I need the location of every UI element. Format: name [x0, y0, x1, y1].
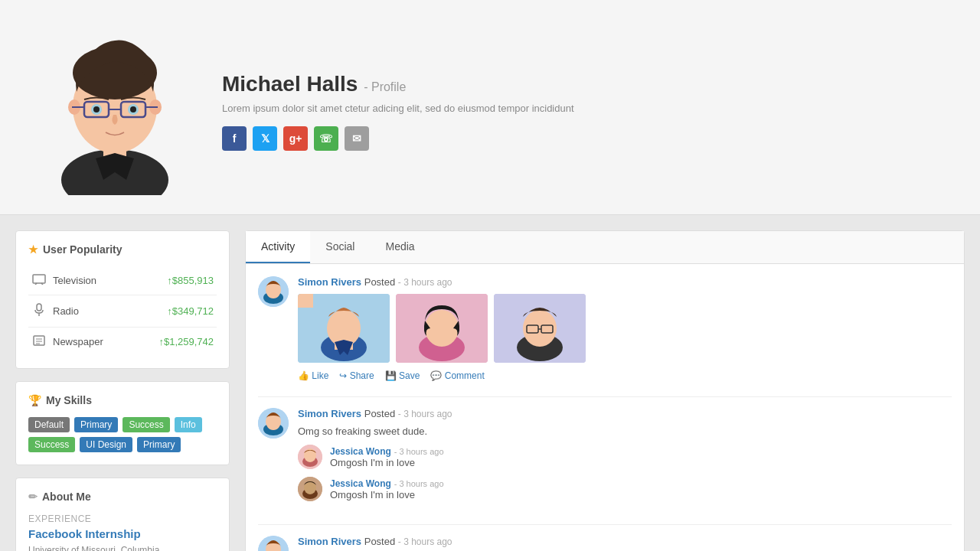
comment-time: - 3 hours ago [394, 479, 444, 488]
social-icons: f 𝕏 g+ ☏ ✉ [222, 126, 949, 151]
profile-name: Michael Halls - Profile [222, 72, 949, 96]
post-body: Simon Rivers Posted - 3 hours ago Omg so… [298, 408, 952, 509]
post-header: Simon Rivers Posted - 3 hours ago [298, 536, 952, 547]
post-image [298, 294, 390, 363]
post-time: - 3 hours ago [398, 409, 452, 419]
exp-org: University of Missouri, Columbia [28, 543, 217, 551]
post-images [298, 294, 952, 363]
comment-avatar [298, 445, 322, 469]
comment-body: Jessica Wong - 3 hours ago Omgosh I'm in… [330, 477, 444, 501]
poster-avatar [258, 536, 289, 551]
table-row: Newspaper ↑$1,259,742 [28, 328, 217, 357]
comment-body: Jessica Wong - 3 hours ago Omgosh I'm in… [330, 445, 444, 469]
poster-name: Simon Rivers [298, 408, 361, 419]
comment-text: Omgosh I'm in love [330, 489, 444, 500]
poster-avatar [258, 408, 289, 439]
skills-card: 🏆 My Skills Default Primary Success Info… [15, 381, 230, 465]
svg-rect-15 [33, 275, 45, 283]
mic-icon [28, 295, 50, 328]
pencil-icon: ✏ [28, 491, 38, 503]
trophy-icon: 🏆 [28, 394, 41, 406]
email-icon[interactable]: ✉ [345, 126, 369, 151]
comment-item: Jessica Wong - 3 hours ago Omgosh I'm in… [298, 445, 952, 469]
about-card: ✏ About Me Experience Facebook Internshi… [15, 478, 230, 551]
post-image [494, 294, 586, 363]
tabs-bar: Activity Social Media [246, 231, 964, 264]
skill-badge[interactable]: Success [122, 417, 169, 432]
about-title: ✏ About Me [28, 491, 217, 503]
post-image [396, 294, 488, 363]
divider [258, 524, 952, 525]
svg-rect-29 [298, 294, 313, 308]
popularity-table: Television ↑$855,913 Radio ↑$349,712 [28, 266, 217, 356]
post-time: - 3 hours ago [398, 277, 452, 288]
like-button[interactable]: 👍 Like [298, 370, 328, 381]
skills-container: Default Primary Success Info Success UI … [28, 417, 217, 452]
skills-title: 🏆 My Skills [28, 394, 217, 406]
svg-rect-18 [37, 304, 41, 311]
comment-item: Jessica Wong - 3 hours ago Omgosh I'm in… [298, 477, 952, 501]
svg-point-13 [93, 106, 100, 112]
activity-post: Simon Rivers Posted - 3 hours ago [258, 536, 952, 551]
avatar [31, 15, 199, 199]
profile-header: Michael Halls - Profile Lorem ipsum dolo… [0, 0, 980, 215]
comment-text: Omgosh I'm in love [330, 457, 444, 468]
skill-badge[interactable]: UI Design [80, 437, 132, 452]
tv-icon [28, 266, 50, 295]
skill-badge[interactable]: Primary [137, 437, 181, 452]
post-body: Simon Rivers Posted - 3 hours ago [298, 276, 952, 381]
newspaper-icon [28, 328, 50, 357]
share-button[interactable]: ↪ Share [339, 370, 374, 381]
activity-post: Simon Rivers Posted - 3 hours ago Omg so… [258, 408, 952, 509]
post-text: Omg so freaking sweet dude. [298, 425, 952, 437]
activity-panel: Activity Social Media [245, 230, 965, 551]
post-header: Simon Rivers Posted - 3 hours ago [298, 276, 952, 288]
skill-badge[interactable]: Success [28, 437, 75, 452]
svg-point-37 [523, 310, 557, 347]
experience-label: Experience [28, 514, 217, 524]
poster-avatar [258, 276, 289, 307]
tab-social[interactable]: Social [310, 231, 370, 263]
skill-badge[interactable]: Default [28, 417, 70, 432]
poster-name: Simon Rivers [298, 536, 361, 547]
table-row: Radio ↑$349,712 [28, 295, 217, 328]
comment-avatar [298, 477, 322, 501]
post-body: Simon Rivers Posted - 3 hours ago [298, 536, 952, 551]
svg-point-46 [304, 448, 316, 462]
main-content: ★ User Popularity Television ↑$855,913 [0, 215, 980, 551]
commenter-name: Jessica Wong [330, 446, 391, 457]
svg-point-14 [130, 106, 136, 112]
save-button[interactable]: 💾 Save [385, 370, 420, 381]
table-row: Television ↑$855,913 [28, 266, 217, 295]
post-time: - 3 hours ago [398, 536, 452, 547]
star-icon: ★ [28, 243, 38, 256]
skill-badge[interactable]: Info [175, 417, 202, 432]
post-actions: 👍 Like ↪ Share 💾 Save 💬 Comment [298, 370, 952, 381]
profile-info: Michael Halls - Profile Lorem ipsum dolo… [222, 64, 949, 151]
poster-name: Simon Rivers [298, 276, 361, 288]
divider [258, 396, 952, 397]
facebook-icon[interactable]: f [222, 126, 247, 151]
phone-icon[interactable]: ☏ [314, 126, 338, 151]
activity-feed: Simon Rivers Posted - 3 hours ago [246, 264, 964, 551]
comment-button[interactable]: 💬 Comment [430, 370, 484, 381]
skill-badge[interactable]: Primary [74, 417, 118, 432]
sidebar: ★ User Popularity Television ↑$855,913 [15, 230, 230, 551]
twitter-icon[interactable]: 𝕏 [253, 126, 277, 151]
popularity-title: ★ User Popularity [28, 243, 217, 256]
tab-media[interactable]: Media [370, 231, 430, 263]
activity-post: Simon Rivers Posted - 3 hours ago [258, 276, 952, 381]
post-header: Simon Rivers Posted - 3 hours ago [298, 408, 952, 419]
googleplus-icon[interactable]: g+ [283, 126, 308, 151]
tab-activity[interactable]: Activity [246, 231, 310, 263]
popularity-card: ★ User Popularity Television ↑$855,913 [15, 230, 230, 369]
comment-time: - 3 hours ago [394, 447, 444, 456]
commenter-name: Jessica Wong [330, 478, 391, 489]
profile-bio: Lorem ipsum dolor sit amet ctetur adicin… [222, 103, 949, 114]
exp-title: Facebook Internship [28, 527, 217, 540]
